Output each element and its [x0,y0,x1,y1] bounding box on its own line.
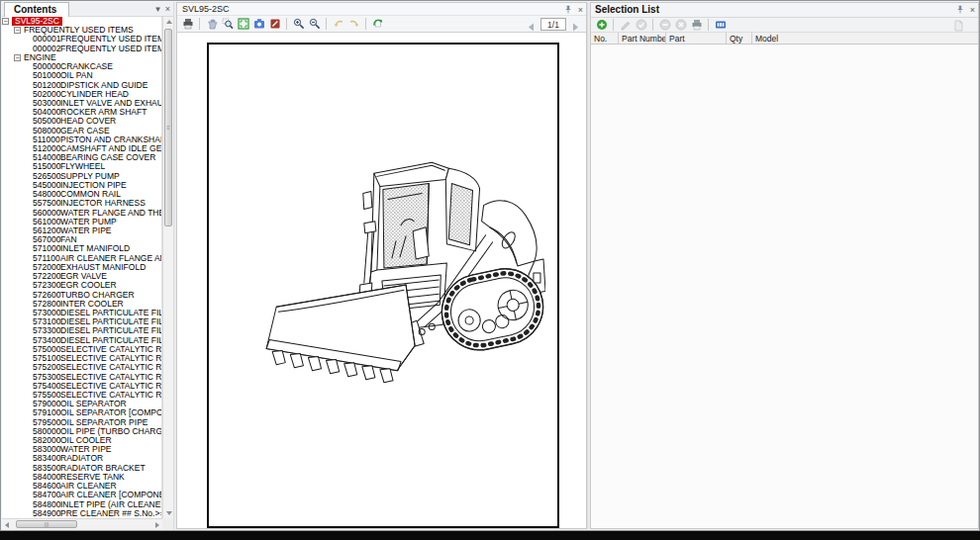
tree-item[interactable]: 561000WATER PUMP [2,218,161,226]
scroll-left-icon[interactable] [5,522,9,528]
next-page-icon[interactable] [570,19,581,30]
tree-item[interactable]: 572800INTER COOLER [2,300,161,309]
tree-item[interactable]: 572200EGR VALVE [2,272,161,281]
tree-item[interactable]: 572300EGR COOLER [2,281,161,290]
print-icon[interactable] [690,19,703,32]
collapse-icon[interactable]: − [14,27,21,34]
contents-vertical-scrollbar[interactable]: ≡ [162,17,173,518]
marker-icon[interactable] [268,18,281,31]
tree-item[interactable]: 500000CRANKCASE [2,62,161,71]
pin-icon[interactable] [563,5,573,15]
refresh-icon[interactable] [371,18,384,31]
scrollbar-thumb[interactable]: ≡ [164,29,172,226]
tree-section[interactable]: −ENGINE [2,53,161,62]
column-header-model[interactable]: Model [752,33,978,44]
tree-item[interactable]: 583500RADIATOR BRACKET [2,464,161,473]
tree-item[interactable]: 580000OIL PIPE (TURBO CHARGER) [2,427,161,436]
viewer-tab[interactable]: SVL95-2SC [182,4,230,14]
tree-item[interactable]: 557500INJECTOR HARNESS [2,199,161,208]
print-icon[interactable] [181,18,194,31]
tree-item[interactable]: 575300SELECTIVE CATALYTIC REDUCT [2,373,161,382]
pin-icon[interactable] [955,5,965,15]
contents-horizontal-scrollbar[interactable]: ||| [2,518,162,529]
zoom-out-icon[interactable] [308,18,321,31]
tree-item[interactable]: 505000HEAD COVER [2,117,161,126]
add-icon[interactable] [595,19,608,32]
tree-item[interactable]: 572600TURBO CHARGER [2,291,161,300]
tree-item[interactable]: 573000DIESEL PARTICULATE FILTER M [2,309,161,317]
scroll-up-icon[interactable] [166,20,172,24]
column-header-qty[interactable]: Qty [727,33,752,44]
tree-item[interactable]: 526500SUPPLY PUMP [2,172,161,181]
contents-tab[interactable]: Contents [4,2,69,17]
selection-table-body[interactable] [591,45,978,528]
tree-item[interactable]: 545000INJECTION PIPE [2,181,161,190]
zoom-area-icon[interactable] [221,18,234,31]
close-icon[interactable]: × [970,4,975,16]
tree-item[interactable]: 501200DIPSTICK AND GUIDE [2,81,161,90]
tree-item[interactable]: 502000CYLINDER HEAD [2,90,161,99]
tree-item[interactable]: 560000WATER FLANGE AND THERMOST [2,209,161,218]
tree-item[interactable]: 548000COMMON RAIL [2,190,161,199]
tree-item[interactable]: 501000OIL PAN [2,71,161,80]
tree-item[interactable]: 575500SELECTIVE CATALYTIC REDUCT [2,391,161,400]
close-icon[interactable]: × [165,3,170,15]
tree-item[interactable]: 504000ROCKER ARM SHAFT [2,108,161,117]
tree-item[interactable]: 572000EXHAUST MANIFOLD [2,263,161,272]
tree-item[interactable]: 573100DIESEL PARTICULATE FILTER M [2,317,161,326]
scroll-down-icon[interactable] [166,511,172,515]
tree-item[interactable]: 575100SELECTIVE CATALYTIC REDUCT [2,354,161,363]
panel-menu-icon[interactable]: ▾ [155,3,160,15]
edit-icon[interactable] [619,19,632,32]
report-icon[interactable] [951,19,964,32]
tree-item[interactable]: 579500OIL SEPARATOR PIPE [2,418,161,427]
column-header-no[interactable]: No. [591,33,619,44]
tree-item[interactable]: 573400DIESEL PARTICULATE FILTER D [2,336,161,345]
tree-item[interactable]: 511000PISTON AND CRANKSHAFT [2,135,161,144]
tree-item[interactable]: 583400RADIATOR [2,455,161,464]
tree-item[interactable]: 571100AIR CLEANER FLANGE AND THR [2,254,161,263]
fit-page-icon[interactable] [237,18,249,31]
drawing-page[interactable] [207,43,559,528]
selection-table-header[interactable]: No.Part NumberPartQtyModel [591,33,978,45]
tree-item[interactable]: 573300DIESEL PARTICULATE FILTER M [2,326,161,335]
capture-icon[interactable] [252,18,265,31]
tree-item[interactable]: 584800INLET PIPE (AIR CLEANER) [2,500,161,509]
tree-item[interactable]: 575000SELECTIVE CATALYTIC REDUCT [2,345,161,354]
tree-item[interactable]: 584000RESERVE TANK [2,473,161,482]
collapse-icon[interactable]: − [14,54,21,61]
scroll-right-icon[interactable] [155,522,159,528]
tree-item[interactable]: 579100OIL SEPARATOR [COMPONENT P [2,408,161,417]
tree-item[interactable]: 582000OIL COOLER [2,436,161,445]
confirm-icon[interactable] [635,19,647,32]
tree-item[interactable]: 000001FREQUENTLY USED ITEMS [2,35,161,44]
tree-item[interactable]: 561200WATER PIPE [2,226,161,235]
next-view-icon[interactable] [347,18,360,31]
tree-root[interactable]: −SVL95-2SC [2,17,161,26]
previous-page-icon[interactable] [526,19,537,30]
tree-item[interactable]: 503000INLET VALVE AND EXHAUST VAL [2,99,161,108]
scrollbar-thumb[interactable]: ||| [16,520,77,528]
column-header-partnumber[interactable]: Part Number [619,33,666,44]
prev-view-icon[interactable] [332,18,344,31]
tree-item[interactable]: 000002FREQUENTLY USED ITEMS [2,45,161,53]
tree-item[interactable]: 584600AIR CLEANER [2,482,161,491]
pan-icon[interactable] [205,18,218,31]
tree-item[interactable]: 508000GEAR CASE [2,127,161,135]
tree-item[interactable]: 567000FAN [2,235,161,244]
drawing-viewer[interactable] [177,33,586,528]
tree-item[interactable]: 571000INLET MANIFOLD [2,244,161,253]
export-icon[interactable] [714,19,727,32]
tree-item[interactable]: 575400SELECTIVE CATALYTIC REDUCT [2,382,161,391]
tree-item[interactable]: 514000BEARING CASE COVER [2,153,161,162]
tree-section[interactable]: −FREQUENTLY USED ITEMS [2,26,161,35]
tree-item[interactable]: 575200SELECTIVE CATALYTIC REDUCT [2,363,161,372]
delete-icon[interactable] [674,19,687,32]
column-header-part[interactable]: Part [666,33,727,44]
tree-item[interactable]: 515000FLYWHEEL [2,163,161,172]
tree-item[interactable]: 584900PRE CLEANER ## S.No.>=3922 [2,509,161,518]
zoom-in-icon[interactable] [292,18,305,31]
tree-item[interactable]: 512000CAMSHAFT AND IDLE GEAR SHA [2,144,161,153]
tree-item[interactable]: 579000OIL SEPARATOR [2,400,161,408]
tree-item[interactable]: 584700AIR CLEANER [COMPONENT PAR [2,491,161,499]
